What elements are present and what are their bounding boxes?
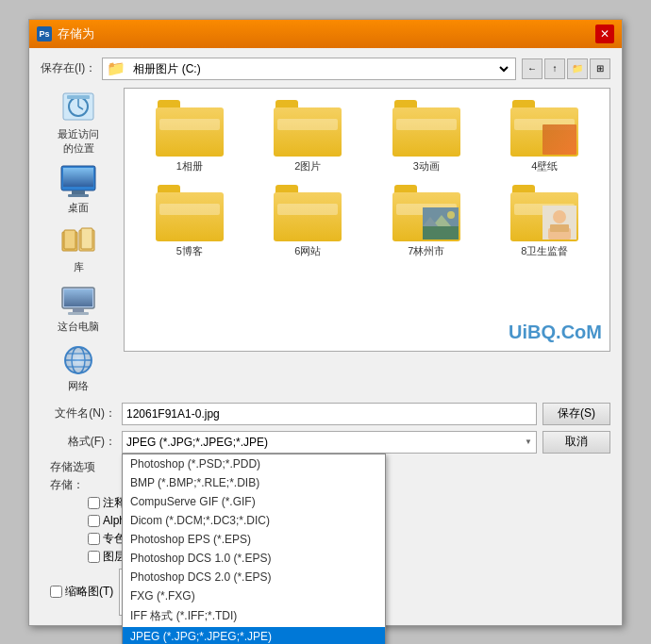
svg-point-31 — [553, 210, 566, 223]
filename-label: 文件名(N)： — [41, 405, 116, 421]
view-button[interactable]: ⊞ — [590, 58, 610, 79]
title-bar: Ps 存储为 ✕ — [29, 20, 622, 48]
close-button[interactable]: ✕ — [595, 25, 614, 43]
format-dropdown-container: JPEG (*.JPG;*.JPEG;*.JPE) Photoshop (*.P… — [122, 431, 537, 454]
file-label-2: 2图片 — [294, 159, 321, 173]
svg-rect-11 — [64, 230, 75, 249]
recent-label: 最近访问的位置 — [58, 127, 99, 156]
format-select-display[interactable]: JPEG (*.JPG;*.JPEG;*.JPE) — [122, 431, 537, 454]
form-section: 文件名(N)： 保存(S) 格式(F)： JPEG (*.JPG;*.JPEG;… — [41, 403, 610, 454]
cancel-button[interactable]: 取消 — [542, 431, 610, 454]
list-item[interactable]: 2图片 — [251, 96, 366, 177]
folder-icon-5 — [156, 185, 224, 241]
watermark: UiBQ.CoM — [509, 322, 602, 343]
svg-rect-33 — [550, 224, 569, 232]
toolbar-buttons: ← ↑ 📁 ⊞ — [522, 58, 610, 79]
file-label-7: 7林州市 — [408, 244, 444, 258]
format-label: 格式(F)： — [41, 434, 116, 450]
folder-icon-1 — [156, 100, 224, 157]
list-item[interactable]: 8卫生监督 — [488, 181, 603, 262]
recent-icon — [59, 90, 97, 127]
format-item[interactable]: Photoshop EPS (*.EPS) — [123, 530, 385, 549]
format-item[interactable]: CompuServe GIF (*.GIF) — [123, 492, 385, 511]
svg-rect-13 — [81, 228, 92, 249]
file-label-8: 8卫生监督 — [521, 244, 568, 258]
svg-rect-4 — [67, 95, 90, 99]
location-toolbar: 保存在(I)： 📁 相册图片 (C:) ← ↑ 📁 ⊞ — [41, 58, 610, 80]
sidebar-item-network[interactable]: 网络 — [44, 339, 112, 395]
file-label-5: 5博客 — [176, 244, 203, 258]
desktop-label: 桌面 — [68, 201, 89, 215]
location-label: 保存在(I)： — [41, 60, 96, 76]
format-popup: Photoshop (*.PSD;*.PDD) BMP (*.BMP;*.RLE… — [122, 454, 386, 645]
computer-icon — [59, 282, 97, 320]
folder-icon-6 — [274, 185, 342, 241]
filename-input[interactable] — [122, 403, 537, 425]
sidebar-item-desktop[interactable]: 桌面 — [44, 161, 112, 217]
thumbnail-option[interactable]: 缩略图(T) — [50, 584, 113, 600]
svg-point-24 — [65, 347, 92, 373]
up-button[interactable]: ↑ — [544, 58, 565, 79]
new-folder-button[interactable]: 📁 — [567, 58, 588, 79]
sidebar: 最近访问的位置 桌面 — [41, 88, 116, 395]
library-label: 库 — [74, 260, 84, 274]
svg-rect-9 — [68, 194, 89, 197]
location-select[interactable]: 相册图片 (C:) — [129, 61, 511, 76]
list-item[interactable]: 6网站 — [251, 181, 366, 262]
file-label-6: 6网站 — [294, 244, 321, 258]
sidebar-item-recent[interactable]: 最近访问的位置 — [44, 88, 112, 157]
dialog-title: 存储为 — [58, 25, 94, 42]
svg-point-29 — [447, 211, 455, 219]
sidebar-item-computer[interactable]: 这台电脑 — [44, 280, 112, 336]
location-dropdown[interactable]: 📁 相册图片 (C:) — [102, 58, 516, 80]
back-button[interactable]: ← — [522, 58, 542, 79]
ps-icon: Ps — [37, 26, 52, 41]
filename-row: 文件名(N)： 保存(S) — [41, 403, 610, 425]
format-item[interactable]: Dicom (*.DCM;*.DC3;*.DIC) — [123, 511, 385, 530]
dialog-body: 保存在(I)： 📁 相册图片 (C:) ← ↑ 📁 ⊞ — [29, 48, 622, 625]
title-bar-left: Ps 存储为 — [37, 25, 94, 42]
save-as-dialog: Ps 存储为 ✕ 保存在(I)： 📁 相册图片 (C:) ← ↑ 📁 ⊞ — [28, 19, 623, 626]
computer-label: 这台电脑 — [58, 320, 99, 334]
sidebar-item-library[interactable]: 库 — [44, 221, 112, 276]
file-label-3: 3动画 — [413, 159, 440, 173]
format-item-selected[interactable]: JPEG (*.JPG;*.JPEG;*.JPE) — [123, 627, 385, 645]
folder-icon-2 — [274, 100, 342, 157]
folder-icon-3 — [392, 100, 460, 157]
list-item[interactable]: 4壁纸 — [488, 96, 603, 177]
svg-rect-16 — [64, 289, 92, 306]
format-row: 格式(F)： JPEG (*.JPG;*.JPEG;*.JPE) Photosh… — [41, 431, 610, 454]
format-item[interactable]: IFF 格式 (*.IFF;*.TDI) — [123, 605, 385, 627]
svg-rect-8 — [72, 190, 85, 194]
folder-icon-4 — [510, 100, 578, 157]
file-grid: 1相册 2图片 — [125, 89, 609, 270]
format-item[interactable]: FXG (*.FXG) — [123, 586, 385, 605]
list-item[interactable]: 7林州市 — [369, 181, 484, 262]
svg-rect-18 — [68, 312, 89, 315]
format-item[interactable]: BMP (*.BMP;*.RLE;*.DIB) — [123, 473, 385, 492]
thumbnail-checkbox[interactable] — [50, 586, 62, 598]
format-item[interactable]: Photoshop DCS 1.0 (*.EPS) — [123, 549, 385, 568]
svg-rect-17 — [73, 308, 84, 312]
svg-rect-7 — [63, 168, 93, 187]
svg-rect-26 — [423, 226, 459, 239]
network-label: 网络 — [68, 379, 89, 393]
network-icon — [59, 341, 97, 379]
list-item[interactable]: 5博客 — [132, 181, 247, 262]
list-item[interactable]: 1相册 — [132, 96, 247, 177]
folder-icon-7 — [392, 185, 460, 241]
list-item[interactable]: 3动画 — [369, 96, 484, 177]
file-area[interactable]: 1相册 2图片 — [124, 88, 610, 352]
file-label-1: 1相册 — [176, 159, 203, 173]
library-icon — [59, 223, 97, 260]
folder-icon-8 — [510, 185, 578, 241]
desktop-icon — [59, 163, 97, 201]
format-item[interactable]: Photoshop (*.PSD;*.PDD) — [123, 454, 385, 473]
format-item[interactable]: Photoshop DCS 2.0 (*.EPS) — [123, 568, 385, 586]
thumbnail-label: 缩略图(T) — [65, 584, 113, 600]
file-label-4: 4壁纸 — [531, 159, 558, 173]
content-area: 最近访问的位置 桌面 — [41, 88, 610, 395]
save-button[interactable]: 保存(S) — [542, 403, 610, 425]
